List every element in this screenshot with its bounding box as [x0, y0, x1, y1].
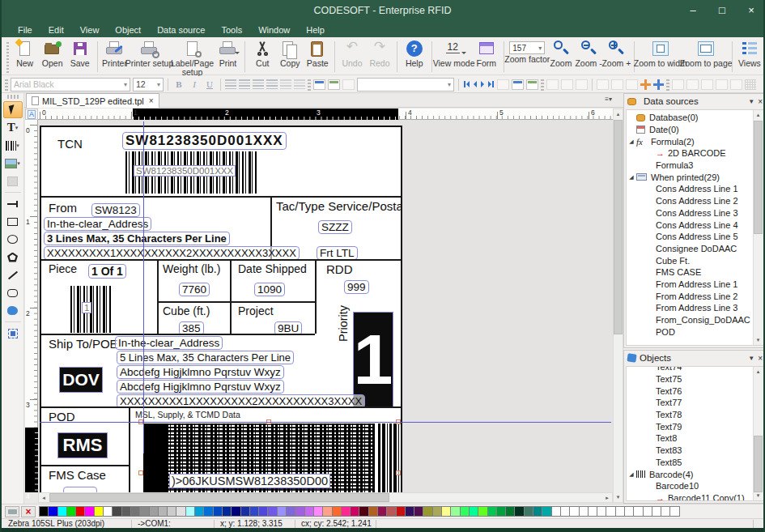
toolbar-zoom-out-button[interactable]: Zoom - [575, 39, 602, 69]
datasource-item-cons-address-line-2[interactable]: Cons Address Line 2 [627, 195, 752, 207]
vertical-ruler[interactable]: 01234 [25, 120, 38, 492]
object-item-barcode11-copy-1-[interactable]: →Barcode11 Copy(1) [627, 492, 752, 501]
close-button[interactable]: × [746, 4, 757, 16]
horizontal-guide-line[interactable] [40, 422, 611, 423]
align-objects-top-icon[interactable] [597, 79, 609, 90]
from-address-text[interactable]: In-the-clear_Address [44, 217, 151, 231]
tac-type-label[interactable]: Tac/Type Service/Postage [276, 199, 402, 213]
label-page[interactable]: TCN SW81238350D001XXX SW81238350D001XXX … [40, 126, 402, 492]
zoom-factor-select[interactable]: 157▾ [509, 41, 545, 54]
design-canvas[interactable]: TCN SW81238350D001XXX SW81238350D001XXX … [38, 120, 613, 492]
distribute-horizontal-icon[interactable] [672, 79, 684, 90]
panel-close-icon[interactable]: × [758, 354, 763, 363]
piece-value-text[interactable]: 1 Of 1 [88, 264, 126, 279]
database-import-icon[interactable] [328, 79, 340, 90]
toolbar-redo-button[interactable]: ↷Redo [366, 39, 393, 69]
datasource-item-cons-address-line-1[interactable]: Cons Address Line 1 [627, 183, 752, 195]
toolbar-cut-button[interactable]: Cut [249, 39, 276, 69]
query-icon[interactable] [497, 79, 509, 90]
datasource-item-database-0-[interactable]: Database(0) [627, 112, 752, 124]
clipped-object-box[interactable] [63, 487, 97, 492]
center-vertically-icon[interactable] [653, 79, 664, 90]
priority-label[interactable]: Priority [337, 293, 350, 342]
toolbar-views-button[interactable]: Views [736, 39, 763, 69]
xxx1-text[interactable]: XXXXXXXXX1XXXXXXXXXX2XXXXXXXXXX3XXXX [44, 246, 300, 260]
ellipse-tool-icon[interactable] [3, 231, 23, 248]
align-objects-middle-icon[interactable] [611, 79, 623, 90]
dov-box[interactable]: DOV [59, 367, 103, 393]
menu-help[interactable]: Help [298, 23, 333, 36]
toolbar-paste-button[interactable]: Paste [304, 39, 331, 69]
toolbar-view-mode-button[interactable]: 12View mode [435, 39, 472, 69]
horizontal-scrollbar[interactable]: ◂ ▸ [38, 492, 613, 503]
frt-ltl-text[interactable]: Frt LTL [317, 246, 358, 260]
shape-tool-icon[interactable] [3, 302, 23, 319]
datasource-item-formula3[interactable]: Formula3 [627, 160, 752, 172]
database-view-icon[interactable] [526, 79, 538, 90]
menu-object[interactable]: Object [107, 23, 149, 36]
scrollbar-thumb[interactable] [49, 493, 389, 502]
align-right-icon[interactable] [253, 79, 264, 89]
horizontal-ruler[interactable]: 0123456 [38, 109, 613, 120]
ship-to-address-text[interactable]: In-the-clear_Address [115, 336, 223, 350]
panel-scrollbar[interactable]: ▴ ▾ [753, 367, 763, 500]
datasource-item-fms-case[interactable]: FMS CASE [627, 266, 752, 279]
object-item-text79[interactable]: Text79 [627, 420, 752, 432]
fms-case-label[interactable]: FMS Case [49, 468, 106, 482]
weight-value-text[interactable]: 7760 [179, 283, 210, 296]
rdd-value-text[interactable]: 999 [344, 280, 369, 294]
lines3-text[interactable]: 3 Lines Max, 35 Characters Per Line [44, 232, 230, 245]
object-item-text74[interactable]: Text74 [627, 366, 752, 373]
tcn-value-text[interactable]: SW81238350D001XXX [122, 132, 287, 150]
toolbar-undo-button[interactable]: ↶Undo [338, 39, 366, 69]
datasource-item-from-address-line-2[interactable]: From Address Line 2 [627, 290, 752, 302]
record-select[interactable]: ▾ [357, 78, 454, 92]
line-tool-icon[interactable] [3, 266, 23, 283]
priority-value-box[interactable]: 1 [353, 312, 393, 407]
align-left-icon[interactable] [225, 79, 236, 89]
object-item-text78[interactable]: Text78 [627, 409, 752, 421]
font-size-select[interactable]: 12▾ [133, 78, 164, 92]
toolbar-help-button[interactable]: ?Help [401, 39, 428, 69]
tab-overflow-icon[interactable]: ≡▾ [605, 96, 612, 103]
cube-label[interactable]: Cube (ft.) [163, 304, 210, 317]
datasource-item-cons-address-line-4[interactable]: Cons Address Line 4 [627, 219, 752, 231]
line-cap-tool-icon[interactable] [3, 195, 23, 212]
menu-view[interactable]: View [72, 23, 108, 36]
font-family-select[interactable]: Arial Black▾ [11, 78, 130, 92]
underline-button[interactable]: U [203, 78, 216, 91]
rms-box[interactable]: RMS [57, 432, 108, 458]
same-width-icon[interactable] [701, 79, 713, 90]
vertical-scrollbar[interactable]: ▴ ▾ [613, 109, 623, 503]
scroll-up-icon[interactable]: ▴ [754, 110, 763, 120]
selection-handle[interactable] [138, 470, 143, 475]
scroll-up-icon[interactable]: ▴ [754, 367, 763, 377]
document-tab-close-icon[interactable]: × [149, 96, 154, 105]
datasource-item-from-address-line-3[interactable]: From Address Line 3 [627, 302, 752, 314]
line-spacing-down-icon[interactable] [294, 79, 305, 89]
palette-printer-button[interactable] [5, 506, 19, 517]
toolbar-printer-setup-button[interactable]: Printer setup [128, 39, 170, 69]
toolbar-save-button[interactable]: Save [66, 39, 94, 69]
scroll-left-icon[interactable]: ◂ [39, 493, 49, 502]
datasource-item-cube-ft-[interactable]: Cube Ft. [627, 254, 752, 266]
weight-label[interactable]: Weight (lb.) [163, 262, 220, 275]
datasource-item-when-printed-29-[interactable]: ◢When printed(29) [627, 171, 752, 183]
line-spacing-up-icon[interactable] [280, 79, 291, 89]
menu-file[interactable]: File [10, 23, 40, 36]
object-item-barcode-4-[interactable]: ◢Barcode(4) [627, 468, 752, 480]
same-height-icon[interactable] [716, 79, 728, 90]
panel-menu-icon[interactable]: ▼ [748, 355, 754, 362]
scrollbar-thumb[interactable] [614, 120, 623, 334]
previous-record-button[interactable] [473, 81, 478, 87]
panel-scrollbar[interactable]: ▴ ▾ [753, 110, 763, 345]
center-horizontally-icon[interactable] [640, 79, 651, 90]
align-objects-left-icon[interactable] [546, 79, 559, 90]
object-item-text8[interactable]: Text8 [627, 432, 752, 445]
align-objects-bottom-icon[interactable] [626, 79, 638, 90]
toolbar-print-button[interactable]: Print [214, 39, 241, 69]
object-item-barcode10[interactable]: Barcode10 [627, 480, 752, 492]
pdf417-stop-bar[interactable] [378, 423, 399, 492]
selection-tool-icon[interactable] [3, 101, 23, 118]
minimize-button[interactable]: – [687, 4, 699, 16]
